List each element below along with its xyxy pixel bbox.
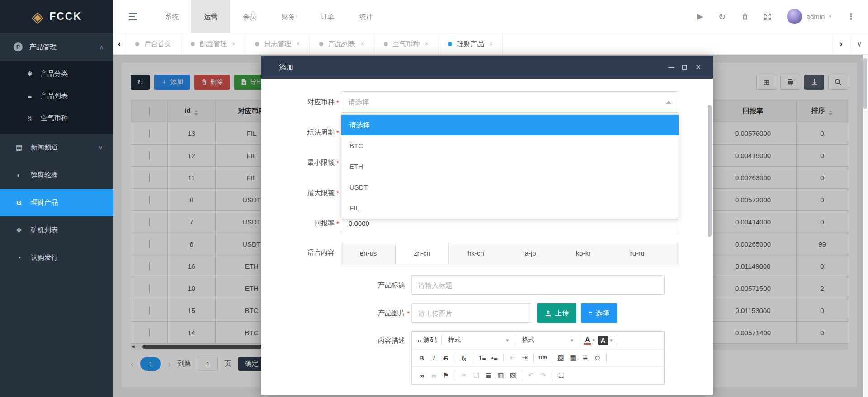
- tabs-scroll-left-icon[interactable]: ‹: [113, 33, 126, 54]
- italic-icon[interactable]: I: [428, 351, 440, 364]
- toolbar-separator[interactable]: [552, 353, 552, 363]
- sidebar-item-news-channel[interactable]: ▤ 新闻频道 ∨: [0, 134, 113, 161]
- minimize-icon[interactable]: [668, 67, 674, 68]
- lang-tab-zh-cn[interactable]: zh-cn: [395, 243, 449, 264]
- option-usdt[interactable]: USDT: [341, 177, 679, 198]
- tab-close-icon[interactable]: ×: [232, 40, 236, 47]
- source-button[interactable]: ‹› 源码: [415, 336, 439, 345]
- more-options-icon[interactable]: ⋮: [847, 11, 855, 22]
- sidebar-item-subscription-issue[interactable]: ◔ 认购发行: [0, 244, 113, 271]
- sidebar-item-product-list[interactable]: ≡ 产品列表: [0, 85, 113, 107]
- lang-tab-ko-kr[interactable]: ko-kr: [557, 243, 610, 264]
- tab-close-icon[interactable]: ×: [296, 40, 300, 47]
- tabs-menu-icon[interactable]: ∨: [850, 33, 868, 54]
- unordered-list-icon[interactable]: •≡: [488, 351, 500, 364]
- hr-icon[interactable]: ≣: [579, 351, 591, 364]
- tab-air-coin[interactable]: 空气币种 ×: [374, 33, 439, 54]
- remove-format-icon[interactable]: Iₓ: [458, 351, 470, 364]
- sidebar-item-air-coin[interactable]: § 空气币种: [0, 107, 113, 129]
- menu-operation[interactable]: 运营: [191, 0, 230, 33]
- trash-icon[interactable]: [741, 13, 749, 20]
- paste-text-icon[interactable]: ▥: [495, 369, 507, 382]
- fullscreen-icon[interactable]: [764, 13, 771, 20]
- tab-close-icon[interactable]: ×: [489, 40, 493, 47]
- lang-tab-ru-ru[interactable]: ru-ru: [610, 243, 664, 264]
- unlink-icon[interactable]: ∞: [428, 369, 440, 382]
- undo-icon[interactable]: ↶: [525, 369, 537, 382]
- sidebar-toggle-icon[interactable]: [113, 13, 152, 20]
- sidebar-item-popup-carousel[interactable]: ◐ 弹窗轮播: [0, 161, 113, 189]
- toolbar-separator[interactable]: [552, 370, 552, 380]
- text-color-icon[interactable]: A▾: [583, 334, 596, 346]
- tab-status-dot: [191, 42, 195, 46]
- paste-word-icon[interactable]: ▧: [507, 369, 519, 382]
- option-eth[interactable]: ETH: [341, 156, 679, 177]
- omega-icon[interactable]: Ω: [591, 351, 604, 364]
- anchor-icon[interactable]: ⚑: [440, 369, 452, 382]
- ordered-list-icon[interactable]: 1≡: [476, 351, 488, 364]
- coin-select[interactable]: 请选择: [341, 91, 679, 113]
- tab-log[interactable]: 日志管理 ×: [245, 33, 310, 54]
- menu-order[interactable]: 订单: [308, 0, 347, 33]
- cut-icon[interactable]: ✂: [458, 369, 470, 382]
- tab-finance-product[interactable]: 理财产品 ×: [439, 33, 503, 54]
- vertical-scrollbar-thumb[interactable]: [863, 58, 867, 109]
- copy-icon[interactable]: ❏: [470, 369, 482, 382]
- dialog-scrollbar-thumb[interactable]: [708, 105, 712, 237]
- image-icon[interactable]: ▨: [555, 351, 567, 364]
- outdent-icon[interactable]: ⇤: [506, 351, 519, 364]
- format-select[interactable]: 格式 ▾: [518, 336, 577, 344]
- bold-icon[interactable]: B: [415, 351, 428, 364]
- option-please-select[interactable]: 请选择: [341, 115, 679, 135]
- tab-config[interactable]: 配置管理 ×: [181, 33, 245, 54]
- refresh-icon[interactable]: ↻: [718, 11, 726, 22]
- tab-close-icon[interactable]: ×: [425, 40, 429, 47]
- maximize-icon[interactable]: [682, 65, 687, 70]
- lang-tab-en-us[interactable]: en-us: [341, 243, 395, 264]
- upload-button[interactable]: 上传: [537, 303, 576, 323]
- table-icon[interactable]: ▦: [567, 351, 579, 364]
- sidebar-items: ▤ 新闻频道 ∨ ◐ 弹窗轮播 G 理财产品 ❖: [0, 134, 113, 271]
- toolbar-separator[interactable]: [606, 353, 607, 363]
- toolbar-separator[interactable]: [533, 353, 534, 363]
- tab-label: 理财产品: [457, 40, 484, 48]
- lang-tab-ja-jp[interactable]: ja-jp: [503, 243, 557, 264]
- sidebar-item-miner-list[interactable]: ❖ 矿机列表: [0, 216, 113, 244]
- choose-button[interactable]: ≡ 选择: [581, 303, 617, 323]
- lang-tab-hk-cn[interactable]: hk-cn: [449, 243, 503, 264]
- tab-close-icon[interactable]: ×: [360, 40, 364, 47]
- menu-item-label: 空气币种: [41, 114, 68, 122]
- sidebar-group-product-management[interactable]: P 产品管理 ∧: [0, 33, 113, 61]
- toolbar-separator[interactable]: [522, 370, 522, 380]
- bg-color-icon[interactable]: A▾: [596, 334, 613, 346]
- indent-icon[interactable]: ⇥: [519, 351, 531, 364]
- tabs-scroll-right-icon[interactable]: ›: [832, 33, 850, 54]
- toolbar-separator[interactable]: [455, 370, 455, 380]
- sidebar-item-product-category[interactable]: ✱ 产品分类: [0, 63, 113, 85]
- product-title-input[interactable]: [411, 275, 665, 295]
- paste-icon[interactable]: ▤: [482, 369, 495, 382]
- user-menu[interactable]: admin ▾: [787, 9, 831, 24]
- toolbar-separator[interactable]: [455, 353, 455, 363]
- maximize-icon[interactable]: ⛶: [555, 369, 567, 382]
- menu-finance[interactable]: 财务: [269, 0, 308, 33]
- toolbar-separator[interactable]: [503, 353, 504, 363]
- option-btc[interactable]: BTC: [341, 135, 679, 156]
- menu-member[interactable]: 会员: [230, 0, 269, 33]
- close-icon[interactable]: ✕: [695, 63, 701, 71]
- menu-system[interactable]: 系统: [152, 0, 191, 33]
- tab-home[interactable]: 后台首页: [126, 33, 181, 54]
- toolbar-separator[interactable]: [473, 353, 473, 363]
- blockquote-icon[interactable]: ””: [537, 351, 549, 364]
- menu-stats[interactable]: 统计: [347, 0, 386, 33]
- tab-product-list[interactable]: 产品列表 ×: [310, 33, 374, 54]
- product-image-input[interactable]: [411, 303, 531, 323]
- option-fil[interactable]: FIL: [341, 198, 679, 219]
- vertical-scrollbar[interactable]: [863, 55, 868, 397]
- strikethrough-icon[interactable]: S: [440, 351, 452, 364]
- run-icon[interactable]: ▶: [697, 12, 703, 21]
- link-icon[interactable]: ∞: [415, 369, 428, 382]
- redo-icon[interactable]: ↷: [537, 369, 549, 382]
- style-select[interactable]: 样式 ▾: [444, 336, 512, 344]
- sidebar-item-finance-product[interactable]: G 理财产品: [0, 189, 113, 216]
